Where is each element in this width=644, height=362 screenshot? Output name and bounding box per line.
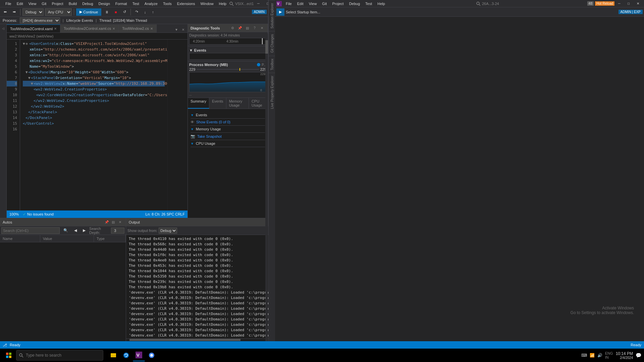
menu-file[interactable]: File (3, 1, 14, 6)
vtab-solution-explorer[interactable]: Solution Explorer (269, 0, 275, 31)
status-ready: Ready (10, 343, 20, 347)
diag-scrollbar-thumb[interactable] (265, 40, 268, 54)
diag-help-icon[interactable]: ? (252, 25, 258, 31)
speaker-icon[interactable]: 🔊 (597, 353, 602, 358)
output-hscroll-thumb[interactable] (129, 339, 240, 341)
tab-xaml[interactable]: ToolWindow2Control.xaml ✕ (7, 24, 60, 33)
tabs-more-icon[interactable]: ▼ (173, 26, 179, 33)
right-menu-file[interactable]: File (283, 1, 294, 6)
notification-icon[interactable]: 💬 (636, 353, 641, 358)
start-button[interactable] (3, 349, 15, 361)
events-title: Events (194, 48, 206, 52)
autos-expand-icon[interactable]: ▤ (110, 219, 116, 225)
vtab-live-property[interactable]: Live Property Explorer (269, 73, 275, 112)
sidebar-expand-icon[interactable]: ◁ (0, 25, 6, 32)
vtab-git-changes[interactable]: Git Changes (269, 31, 275, 56)
stop-button[interactable]: ■ (112, 8, 119, 16)
timeline-bar[interactable]: 4:20min 4:30min (189, 38, 266, 45)
system-clock[interactable]: 10:14 PM 2/4/2024 (616, 351, 633, 360)
step-into-button[interactable]: ↓ (142, 8, 149, 16)
menu-debug[interactable]: Debug (79, 1, 96, 6)
menu-extensions[interactable]: Extensions (174, 1, 198, 6)
diag-close-icon[interactable]: ✕ (259, 25, 265, 31)
step-over-button[interactable]: ↷ (133, 8, 141, 16)
diag-tab-summary[interactable]: Summary (188, 98, 209, 109)
diag-tab-events[interactable]: Events (209, 98, 226, 109)
diag-settings-icon[interactable]: ⚙ (229, 25, 235, 31)
chart-footer: ... (189, 93, 266, 96)
menu-help[interactable]: Help (216, 1, 229, 6)
menu-design[interactable]: Design (96, 1, 113, 6)
menu-test[interactable]: Test (130, 1, 142, 6)
tab-xaml-cs-close[interactable]: ✕ (112, 27, 115, 31)
show-events-link[interactable]: Show Events (0 of 0) (196, 120, 230, 124)
take-snapshot-link[interactable]: Take Snapshot (197, 134, 222, 138)
pause-button[interactable]: ⏸ (103, 8, 111, 16)
code-content[interactable]: ▼⊕<UserControl x:Class="VSIXProject1.Too… (20, 40, 167, 210)
menu-build[interactable]: Build (66, 1, 79, 6)
output-source-select[interactable]: Debug (159, 228, 177, 234)
autos-close-icon[interactable]: ✕ (117, 219, 123, 225)
taskbar-app-chrome[interactable] (146, 349, 158, 361)
right-menu-test[interactable]: Test (363, 1, 375, 6)
diag-filter-icon[interactable]: ▤ (244, 25, 250, 31)
menu-format[interactable]: Format (113, 1, 130, 6)
step-out-button[interactable]: ↑ (150, 8, 156, 16)
process-select[interactable]: [9424] devenv.exe (20, 17, 60, 23)
autos-pin-icon[interactable]: 📌 (104, 219, 110, 225)
diag-pin-icon[interactable]: 📌 (237, 25, 243, 31)
taskbar-search-container[interactable] (16, 350, 103, 361)
diag-scrollbar[interactable] (265, 34, 268, 218)
right-menu-view[interactable]: View (306, 1, 320, 6)
code-editor[interactable]: 1234 5678 9101112 13141516 ▼⊕<UserContro… (7, 40, 187, 210)
restart-button[interactable]: ↺ (121, 8, 128, 16)
right-menu-project[interactable]: Project (329, 1, 346, 6)
autos-search-input[interactable] (1, 227, 60, 234)
forward-button[interactable]: ➡ (10, 8, 18, 16)
menu-project[interactable]: Project (49, 1, 66, 6)
right-run-button[interactable]: ▶ (276, 8, 284, 16)
menu-view[interactable]: View (26, 1, 39, 6)
tab-cs[interactable]: ToolWindow2.cs ✕ (119, 24, 156, 33)
taskbar-app-vs[interactable]: V (133, 349, 145, 361)
right-menu-edit[interactable]: Edit (294, 1, 306, 6)
back-button[interactable]: ⬅ (1, 8, 9, 16)
minimize-button[interactable]: ─ (254, 0, 263, 7)
right-menu-git[interactable]: Git (319, 1, 329, 6)
menu-analyze[interactable]: Analyze (142, 1, 160, 6)
config-dropdown[interactable]: Debug (22, 8, 44, 16)
memory-val-left: 229 (189, 67, 195, 71)
editor-panel: ToolWindow2Control.xaml ✕ ToolWindow2Con… (7, 24, 188, 218)
taskbar-app-edge[interactable] (120, 349, 132, 361)
diag-tab-memory[interactable]: Memory Usage (226, 98, 249, 109)
platform-dropdown[interactable]: Any CPU (45, 8, 72, 16)
right-close-button[interactable]: ✕ (633, 0, 643, 7)
right-maximize-button[interactable]: □ (624, 0, 633, 7)
taskbar-app-files[interactable] (107, 349, 119, 361)
autos-forward-button[interactable]: ▶ (80, 227, 88, 234)
memory-chart-area[interactable]: 229 0 (189, 72, 266, 92)
menu-edit[interactable]: Edit (14, 1, 26, 6)
network-icon[interactable]: 📶 (590, 353, 595, 358)
menu-tools[interactable]: Tools (160, 1, 174, 6)
continue-button[interactable]: ▶ Continue (76, 8, 101, 16)
right-minimize-button[interactable]: ─ (614, 0, 624, 7)
menu-window[interactable]: Window (198, 1, 216, 6)
take-snapshot-item[interactable]: 📷 Take Snapshot (191, 133, 265, 140)
right-menu-help[interactable]: Help (375, 1, 388, 6)
right-menu-debug[interactable]: Debug (346, 1, 363, 6)
menu-git[interactable]: Git (39, 1, 49, 6)
autos-back-button[interactable]: ◀ (72, 227, 79, 234)
taskbar-search-input[interactable] (16, 350, 103, 361)
camera-icon: 📷 (191, 134, 195, 138)
tabs-close-icon[interactable]: ✕ (180, 26, 186, 33)
events-header[interactable]: ▼ Events (189, 48, 266, 53)
tab-xaml-cs[interactable]: ToolWindow2Control.xaml.cs ✕ (60, 24, 119, 33)
diag-tab-cpu[interactable]: CPU Usage (249, 98, 268, 109)
autos-search-button[interactable]: 🔍 (61, 227, 70, 234)
tab-cs-close[interactable]: ✕ (150, 27, 153, 31)
vtab-toolbox[interactable]: Toolbox (269, 56, 275, 73)
search-depth-input[interactable] (111, 228, 124, 234)
show-events-item[interactable]: 👁 Show Events (0 of 0) (191, 119, 265, 126)
tab-xaml-close[interactable]: ✕ (54, 27, 57, 31)
